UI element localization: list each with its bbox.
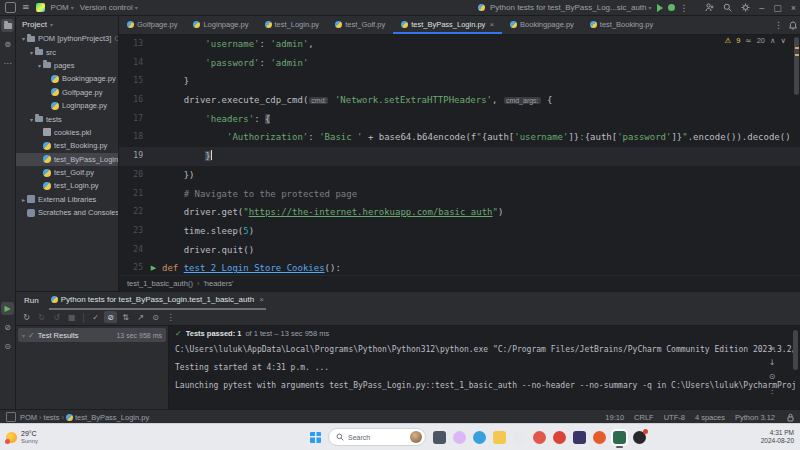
weather-widget[interactable]: 29°C Sunny: [0, 430, 156, 444]
code-line[interactable]: 15}: [119, 72, 800, 91]
editor-tab[interactable]: Bookingpage.py: [502, 16, 582, 34]
code-line[interactable]: 19}: [119, 147, 800, 166]
tree-item[interactable]: ▾src: [16, 45, 118, 58]
editor-tab[interactable]: Loginpage.py: [185, 16, 256, 34]
tab-close-icon[interactable]: ×: [489, 20, 494, 29]
tree-item[interactable]: test_Booking.py: [16, 139, 118, 152]
python-packages-icon[interactable]: ⊘: [1, 321, 14, 334]
vcs-menu-button[interactable]: Version control ▾: [80, 3, 138, 12]
run-tool-label[interactable]: Run: [24, 296, 39, 305]
test-results-row[interactable]: ▾ ✓ Test Results 13 sec 958 ms: [18, 328, 166, 342]
code-line[interactable]: 21# Navigate to the protected page: [119, 185, 800, 204]
file-explorer-icon[interactable]: [493, 431, 506, 444]
run-toolwindow-icon[interactable]: ▶: [1, 302, 14, 315]
copilot-icon[interactable]: [453, 431, 466, 444]
status-item[interactable]: UTF-8: [664, 413, 685, 422]
editor-tab[interactable]: test_Golf.py: [327, 16, 393, 34]
tree-item[interactable]: ▾tests: [16, 112, 118, 125]
code-with-me-icon[interactable]: [705, 3, 714, 12]
expand-all-icon[interactable]: ↗: [134, 311, 147, 323]
code-line[interactable]: 23time.sleep(5): [119, 222, 800, 241]
code-editor[interactable]: ⚠ 9 ≈ 20 ∧ ∨ 13'username': 'admin',14'pa…: [119, 35, 800, 276]
app-icon-2[interactable]: [533, 431, 546, 444]
code-line[interactable]: 20}): [119, 166, 800, 185]
tree-item[interactable]: cookies.pkl: [16, 126, 118, 139]
tree-item[interactable]: Golfpage.py: [16, 86, 118, 99]
status-path-item[interactable]: test_ByPass_Login.py: [75, 413, 149, 422]
sort-alphabetically-icon[interactable]: ⇅: [119, 311, 132, 323]
app-icon-3[interactable]: [553, 431, 566, 444]
run-test-gutter-icon[interactable]: ▶: [145, 259, 162, 276]
auto-test-icon[interactable]: ↺: [50, 311, 63, 323]
task-view-icon[interactable]: [433, 431, 446, 444]
tree-item[interactable]: Bookingpage.py: [16, 72, 118, 85]
console-scrollbar[interactable]: [793, 330, 798, 370]
more-actions-icon[interactable]: ⋮: [680, 3, 689, 13]
minimize-button[interactable]: –: [759, 3, 764, 13]
tree-item[interactable]: ▾pages: [16, 59, 118, 72]
code-line[interactable]: 17'headers': {: [119, 110, 800, 129]
tree-item[interactable]: test_Golf.py: [16, 166, 118, 179]
search-everywhere-icon[interactable]: [723, 3, 732, 12]
test-history-icon[interactable]: ⊙: [149, 311, 162, 323]
tree-item[interactable]: ▾POM [pythonProject3]C:\Use: [16, 32, 118, 45]
editor-tab[interactable]: test_Login.py: [257, 16, 328, 34]
code-line[interactable]: 13'username': 'admin',: [119, 35, 800, 54]
tree-item[interactable]: Loginpage.py: [16, 99, 118, 112]
edge-icon[interactable]: [473, 431, 486, 444]
taskbar-search[interactable]: Search: [328, 428, 426, 446]
tree-toggle-icon[interactable]: ▾: [28, 49, 35, 56]
project-toolwindow-icon[interactable]: [1, 19, 14, 32]
editor-tab[interactable]: test_Booking.py: [582, 16, 661, 34]
more-options-icon[interactable]: ⋮: [164, 311, 177, 323]
stop-icon[interactable]: ■: [65, 311, 78, 323]
window-icon[interactable]: [5, 2, 16, 13]
code-line[interactable]: 22driver.get("https://the-internet.herok…: [119, 203, 800, 222]
editor-tab[interactable]: Golfpage.py: [119, 16, 185, 34]
code-line[interactable]: 16driver.execute_cdp_cmd(cmd: 'Network.s…: [119, 91, 800, 110]
main-menu-icon[interactable]: ≡: [22, 3, 30, 12]
app-icon-4[interactable]: [573, 431, 586, 444]
commit-toolwindow-icon[interactable]: ⊚: [1, 38, 14, 51]
code-line[interactable]: 14'password': 'admin': [119, 54, 800, 73]
tree-toggle-icon[interactable]: ▾: [36, 62, 43, 69]
run-config-selector[interactable]: Python tests for test_ByPass_Log...sic_a…: [490, 3, 652, 12]
project-panel-title[interactable]: Project: [22, 20, 47, 29]
debug-button[interactable]: [668, 4, 675, 11]
next-problem-icon[interactable]: ∨: [781, 36, 787, 45]
editor-tab[interactable]: test_ByPass_Login.py×: [393, 16, 502, 34]
status-path-item[interactable]: POM: [20, 413, 37, 422]
tree-item[interactable]: Scratches and Consoles: [16, 206, 118, 219]
breadcrumb-item[interactable]: test_1_basic_auth(): [127, 279, 193, 288]
status-item[interactable]: Python 3.12: [735, 413, 775, 422]
show-passed-icon[interactable]: ✓: [89, 311, 102, 323]
more-toolwindows-icon[interactable]: ⋯: [1, 57, 14, 70]
rerun-icon[interactable]: ↻: [20, 311, 33, 323]
chat-icon[interactable]: [633, 431, 646, 444]
maximize-button[interactable]: ▢: [773, 3, 782, 13]
tree-item[interactable]: test_Login.py: [16, 179, 118, 192]
status-path-item[interactable]: tests: [44, 413, 60, 422]
run-console[interactable]: ✓ Tests passed: 1 of 1 test – 13 sec 958…: [169, 326, 800, 411]
status-item[interactable]: 19:10: [605, 413, 624, 422]
status-item[interactable]: 4 spaces: [695, 413, 725, 422]
console-more-icon[interactable]: ⋮: [768, 386, 776, 395]
rerun-failed-icon[interactable]: ↻: [35, 311, 48, 323]
inspections-widget[interactable]: ⚠ 9 ≈ 20 ∧ ∨: [724, 36, 786, 45]
breadcrumb-item[interactable]: 'headers': [203, 279, 233, 288]
tab-options-icon[interactable]: ⋮: [774, 20, 783, 30]
tree-toggle-icon[interactable]: ▾: [28, 116, 35, 123]
clear-console-icon[interactable]: ⊙: [768, 372, 776, 381]
run-tab-close-icon[interactable]: ×: [259, 295, 264, 304]
pycharm-icon[interactable]: [613, 431, 626, 444]
settings-gear-icon[interactable]: [741, 3, 750, 12]
status-item[interactable]: CRLF: [634, 413, 654, 422]
scroll-to-end-icon[interactable]: ↓: [768, 358, 776, 367]
run-tab[interactable]: Python tests for test_ByPass_Login.test_…: [49, 291, 266, 310]
editor-scrollbar[interactable]: [793, 35, 799, 276]
code-line[interactable]: 24driver.quit(): [119, 241, 800, 260]
app-icon-1[interactable]: [513, 431, 526, 444]
code-line[interactable]: 25▶def test_2_Login_Store_Cookies():: [119, 259, 800, 276]
tree-toggle-icon[interactable]: ▾: [20, 35, 27, 42]
soft-wrap-icon[interactable]: ≡: [768, 344, 776, 353]
